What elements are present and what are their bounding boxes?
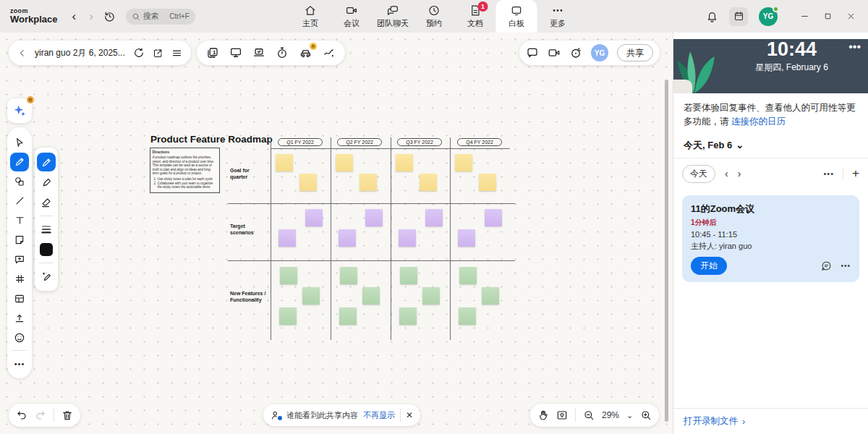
zoom-level[interactable]: 29% — [602, 410, 619, 420]
column-header[interactable]: Q4 FY 2022 — [457, 138, 502, 146]
status-dot — [773, 6, 779, 12]
pan-hand-icon[interactable] — [537, 409, 549, 421]
column-header[interactable]: Q2 FY 2022 — [337, 138, 382, 146]
user-avatar[interactable]: YG — [759, 7, 778, 26]
roadmap-title[interactable]: Product Feature Roadmap — [150, 134, 273, 145]
sticky-note[interactable] — [305, 209, 323, 226]
tab-meetings[interactable]: 会议 — [331, 0, 373, 33]
column-header[interactable]: Q3 FY 2022 — [397, 138, 442, 146]
open-recordings-link[interactable]: 打开录制文件 › — [673, 408, 868, 434]
tab-docs[interactable]: 1 文档 — [455, 0, 496, 33]
today-heading[interactable]: 今天, Feb 6 ⌄ — [673, 132, 868, 158]
sticky-note[interactable] — [420, 174, 437, 191]
divider — [400, 409, 401, 422]
sticky-note[interactable] — [479, 174, 496, 191]
sticky-note[interactable] — [302, 287, 320, 305]
sticky-note[interactable] — [425, 209, 443, 226]
connect-calendar-link[interactable]: 连接你的日历 — [731, 116, 786, 127]
redo-button[interactable] — [35, 409, 46, 421]
tab-label: 团队聊天 — [377, 18, 409, 29]
sticky-note[interactable] — [276, 154, 293, 171]
undo-button[interactable] — [16, 409, 27, 421]
sticky-note[interactable] — [459, 267, 477, 284]
tab-label: 预约 — [426, 18, 442, 29]
sticky-note[interactable] — [482, 287, 499, 305]
zoom-workplace-window: zoom Workplace ‹ › 搜索 Ctrl+F 主页 会议 — [0, 0, 868, 434]
zoom-in-icon[interactable] — [640, 409, 652, 421]
minimap-icon[interactable] — [556, 409, 568, 421]
info-dot — [278, 416, 282, 420]
sticky-note[interactable] — [299, 174, 317, 191]
chat-bubbles-icon — [387, 4, 399, 17]
table-line — [228, 260, 515, 261]
table-line — [271, 148, 510, 149]
sticky-note[interactable] — [400, 267, 417, 284]
vertical-scrollbar[interactable] — [665, 80, 668, 422]
window-maximize-button[interactable] — [816, 0, 839, 33]
sticky-note[interactable] — [280, 267, 297, 284]
tab-home[interactable]: 主页 — [290, 0, 331, 33]
sticky-note[interactable] — [279, 307, 297, 325]
tab-team-chat[interactable]: 团队聊天 — [373, 0, 414, 33]
search-input[interactable]: 搜索 Ctrl+F — [126, 9, 195, 25]
tab-whiteboard[interactable]: 白板 — [496, 0, 537, 33]
column-header[interactable]: Q1 FY 2022 — [278, 138, 323, 146]
row-label[interactable]: Goal for quarter — [230, 167, 268, 181]
meeting-title: 11的Zoom会议 — [691, 203, 851, 216]
sticky-note[interactable] — [399, 229, 416, 247]
tab-label: 会议 — [344, 18, 359, 29]
sticky-note[interactable] — [459, 307, 476, 325]
today-heading-label: 今天, Feb 6 — [684, 139, 732, 152]
directions-box[interactable]: Directions A product roadmap outlines th… — [150, 148, 220, 193]
today-button[interactable]: 今天 — [682, 165, 715, 183]
nav-back-button[interactable]: ‹ — [72, 9, 77, 24]
sticky-note[interactable] — [399, 307, 417, 325]
trash-button[interactable] — [61, 409, 73, 421]
tab-more[interactable]: 更多 — [537, 0, 579, 33]
meeting-chat-icon[interactable] — [821, 260, 832, 271]
sticky-note[interactable] — [458, 229, 475, 247]
tab-label: 主页 — [302, 18, 318, 29]
sticky-note[interactable] — [339, 307, 357, 325]
more-dots-icon — [552, 4, 564, 17]
sticky-note[interactable] — [278, 229, 296, 247]
calendar-more-button[interactable]: ••• — [824, 169, 835, 178]
row-label[interactable]: Target scenarios — [230, 223, 268, 237]
sticky-note[interactable] — [485, 209, 502, 226]
undo-redo-bar — [9, 404, 80, 427]
sticky-note[interactable] — [365, 209, 383, 226]
whiteboard-canvas[interactable]: yiran guo 2月 6, 2025... 1 — [0, 33, 673, 434]
sticky-note[interactable] — [340, 267, 357, 284]
calendar-icon[interactable] — [729, 7, 748, 26]
dont-show-again-link[interactable]: 不再显示 — [363, 410, 395, 421]
notifications-bell-icon[interactable] — [706, 10, 718, 22]
next-day-button[interactable]: › — [738, 168, 741, 179]
meeting-more-button[interactable]: ••• — [841, 262, 851, 270]
meeting-card[interactable]: 11的Zoom会议 1分钟后 10:45 - 11:15 主持人: yiran … — [682, 195, 859, 282]
history-icon[interactable] — [103, 10, 116, 22]
zoom-dropdown-chevron[interactable]: ⌄ — [626, 411, 633, 420]
zoom-out-icon[interactable] — [583, 409, 595, 421]
window-minimize-button[interactable] — [793, 0, 816, 33]
sticky-note[interactable] — [336, 154, 353, 171]
sticky-note[interactable] — [359, 174, 377, 191]
prev-day-button[interactable]: ‹ — [725, 168, 728, 179]
close-icon[interactable]: ✕ — [406, 410, 413, 420]
start-meeting-button[interactable]: 开始 — [691, 257, 727, 275]
table-line — [271, 137, 271, 340]
window-close-button[interactable] — [839, 0, 862, 33]
sticky-note[interactable] — [455, 154, 472, 171]
row-label[interactable]: New Features / Functionality — [230, 290, 268, 304]
sticky-note[interactable] — [339, 229, 356, 247]
sticky-note[interactable] — [396, 154, 413, 171]
home-icon — [305, 4, 317, 17]
add-event-button[interactable]: + — [852, 166, 859, 181]
time-card-more-button[interactable]: ••• — [848, 41, 861, 54]
sticky-note[interactable] — [362, 287, 380, 305]
clock-icon — [428, 4, 441, 17]
directions-title: Directions — [153, 150, 216, 154]
tab-bookings[interactable]: 预约 — [414, 0, 455, 33]
nav-forward-button[interactable]: › — [89, 9, 93, 24]
sticky-note[interactable] — [422, 287, 440, 305]
docs-badge: 1 — [478, 1, 488, 12]
